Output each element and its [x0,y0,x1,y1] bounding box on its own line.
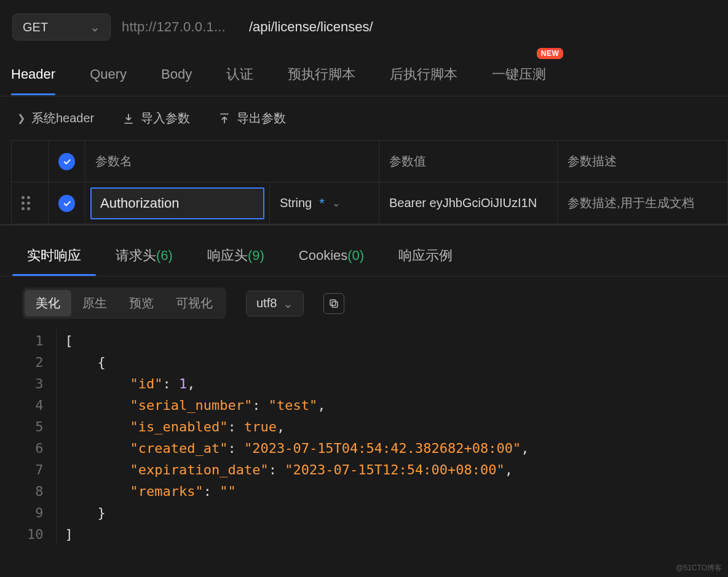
rtab-cookies-label: Cookies [299,248,347,263]
param-name-input[interactable]: Authorization [90,187,264,219]
params-table: 参数名 参数值 参数描述 Authorization String * ⌄ Be… [11,140,728,224]
chevron-right-icon: ❯ [17,112,25,124]
upload-icon [218,112,231,125]
pill-visualize[interactable]: 可视化 [165,290,224,316]
rtab-resheaders-label: 响应头 [207,248,248,263]
response-body: 12345678910 [ { "id": 1, "serial_number"… [0,326,728,551]
rtab-reqheaders-label: 请求头 [116,248,156,263]
rtab-resheaders-count: (9) [248,248,264,263]
http-method-value: GET [23,20,48,34]
view-bar: 美化 原生 预览 可视化 utf8 ⌄ [0,276,728,326]
rtab-reqheaders[interactable]: 请求头(6) [116,241,173,275]
url-host[interactable]: http://127.0.0.1... [122,19,226,35]
copy-icon [328,298,339,309]
params-header-row: 参数名 参数值 参数描述 [12,141,728,183]
download-icon [122,112,135,125]
rtab-resheaders[interactable]: 响应头(9) [207,241,264,275]
svg-rect-0 [332,302,338,307]
drag-icon [22,196,30,210]
import-params-button[interactable]: 导入参数 [122,110,190,127]
rtab-live[interactable]: 实时响应 [27,241,81,275]
tab-header[interactable]: Header [11,60,55,95]
chevron-down-icon: ⌄ [90,20,100,34]
chevron-down-icon: ⌄ [332,197,340,209]
code-content[interactable]: [ { "id": 1, "serial_number": "test", "i… [57,330,529,545]
export-params-button[interactable]: 导出参数 [218,110,286,127]
import-params-label: 导入参数 [141,110,190,127]
param-name-cell: Authorization [85,183,270,224]
col-drag [12,141,49,183]
response-tabs: 实时响应 请求头(6) 响应头(9) Cookies(0) 响应示例 [0,224,728,275]
svg-rect-1 [330,300,336,305]
pill-preview[interactable]: 预览 [118,290,165,316]
tab-loadtest[interactable]: 一键压测 [492,59,546,96]
row-enable-cell [49,183,85,224]
tab-postscript[interactable]: 后执行脚本 [390,59,457,96]
encoding-select[interactable]: utf8 ⌄ [246,291,304,316]
line-gutter: 12345678910 [0,330,57,545]
tab-auth[interactable]: 认证 [226,59,253,96]
view-mode-group: 美化 原生 预览 可视化 [22,288,226,319]
system-header-toggle[interactable]: ❯ 系统header [17,110,94,127]
export-params-label: 导出参数 [237,110,286,127]
check-icon [62,157,72,167]
tab-body[interactable]: Body [161,60,192,95]
param-type-select[interactable]: String * ⌄ [270,183,379,224]
new-badge: NEW [537,48,564,59]
copy-button[interactable] [323,293,344,314]
table-row: Authorization String * ⌄ Bearer eyJhbGci… [12,183,728,224]
watermark: @51CTO博客 [676,563,722,573]
rtab-reqheaders-count: (6) [156,248,173,263]
pill-raw[interactable]: 原生 [71,290,118,316]
required-star-icon: * [319,195,325,211]
col-name-header: 参数名 [85,141,379,183]
col-desc-header: 参数描述 [558,141,728,183]
main-tabs: Header Query Body 认证 预执行脚本 后执行脚本 一键压测 NE… [0,52,728,96]
param-desc-input[interactable]: 参数描述,用于生成文档 [558,183,728,224]
rtab-cookies[interactable]: Cookies(0) [299,243,364,273]
http-method-select[interactable]: GET ⌄ [12,14,111,41]
row-enable-checkbox[interactable] [58,195,75,212]
chevron-down-icon: ⌄ [283,296,293,311]
drag-handle[interactable] [12,183,49,224]
encoding-value: utf8 [256,296,277,310]
header-toolbar: ❯ 系统header 导入参数 导出参数 [0,96,728,140]
param-value-input[interactable]: Bearer eyJhbGciOiJIUzI1N [379,183,558,224]
tab-query[interactable]: Query [90,60,127,95]
param-type-value: String [280,196,312,210]
request-row: GET ⌄ http://127.0.0.1... /api/license/l… [0,0,728,52]
enable-all-checkbox[interactable] [58,153,75,170]
pill-pretty[interactable]: 美化 [25,290,71,316]
check-icon [62,198,72,208]
system-header-label: 系统header [31,110,94,127]
rtab-cookies-count: (0) [347,248,364,263]
col-enable [49,141,85,183]
url-path[interactable]: /api/license/licenses/ [249,19,373,35]
col-value-header: 参数值 [379,141,558,183]
tab-prescript[interactable]: 预执行脚本 [288,59,355,96]
rtab-example[interactable]: 响应示例 [398,241,453,275]
